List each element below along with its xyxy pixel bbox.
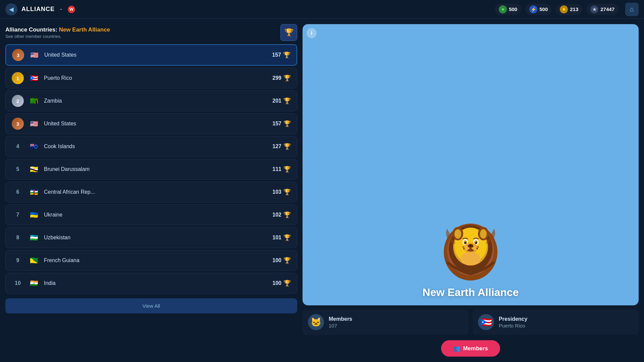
score-area: 201 🏆 bbox=[272, 97, 291, 105]
country-row[interactable]: 7 🇺🇦 Ukraine 102 🏆 bbox=[5, 204, 297, 225]
country-name: Zambia bbox=[44, 98, 268, 104]
presidency-info: Presidency Puerto Rico bbox=[499, 316, 527, 328]
trophy-icon: 🏆 bbox=[283, 51, 290, 59]
nav-title: ALLIANCE bbox=[21, 6, 55, 13]
members-avatar-icon: 🐱 bbox=[308, 314, 324, 330]
view-all-button[interactable]: View All bbox=[5, 298, 297, 313]
country-row[interactable]: 9 🇬🇫 French Guiana 100 🏆 bbox=[5, 250, 297, 271]
home-icon: ⌂ bbox=[630, 5, 634, 13]
rank-badge: 5 bbox=[12, 163, 24, 175]
score-value: 102 bbox=[272, 212, 281, 218]
members-stat-card: 🐱 Members 107 bbox=[303, 309, 469, 335]
country-row[interactable]: 6 🇨🇫 Central African Rep... 103 🏆 bbox=[5, 182, 297, 202]
score-value: 101 bbox=[272, 235, 281, 241]
country-row[interactable]: 8 🇺🇿 Uzbekistan 101 🏆 bbox=[5, 227, 297, 248]
country-row[interactable]: 3 🇺🇸 United States 157 🏆 bbox=[5, 113, 297, 134]
members-info: Members 107 bbox=[329, 316, 352, 328]
country-name: French Guiana bbox=[44, 257, 268, 263]
flag-icon: 🇵🇷 bbox=[29, 73, 39, 83]
score-area: 100 🏆 bbox=[272, 257, 291, 264]
presidency-flag-icon: 🇵🇷 bbox=[478, 314, 494, 330]
members-btn-icon: 👥 bbox=[453, 345, 460, 352]
country-name: Central African Rep... bbox=[44, 189, 268, 195]
rank-badge: 3 bbox=[12, 118, 24, 130]
rank-badge: 2 bbox=[12, 95, 24, 107]
flag-icon: 🇬🇫 bbox=[29, 255, 39, 266]
score-value: 100 bbox=[272, 280, 281, 286]
members-count: 107 bbox=[329, 323, 352, 328]
rank-badge: 1 bbox=[12, 72, 24, 84]
country-row[interactable]: 10 🇮🇳 India 100 🏆 bbox=[5, 273, 297, 294]
score-area: 157 🏆 bbox=[272, 51, 290, 59]
score-area: 299 🏆 bbox=[272, 74, 291, 82]
country-name: India bbox=[44, 280, 268, 286]
svg-point-25 bbox=[480, 229, 487, 239]
alliance-name: New Earth Alliance bbox=[423, 286, 519, 299]
star-icon: ★ bbox=[590, 5, 598, 13]
svg-point-26 bbox=[461, 252, 481, 265]
health-stat: ♥ 500 bbox=[495, 4, 521, 15]
score-area: 100 🏆 bbox=[272, 280, 291, 287]
w-badge: W bbox=[68, 6, 75, 13]
rank-badge: 10 bbox=[12, 277, 24, 289]
trophy-icon: 🏆 bbox=[283, 280, 291, 287]
alliance-stats-row: 🐱 Members 107 🇵🇷 Presidency Puerto Rico bbox=[303, 309, 639, 335]
info-button[interactable]: i bbox=[307, 28, 317, 38]
members-label: Members bbox=[329, 316, 352, 322]
main-content: Alliance Countries: New Earth Alliance S… bbox=[0, 19, 644, 362]
score-area: 111 🏆 bbox=[272, 166, 291, 173]
trophy-icon: 🏆 bbox=[283, 143, 291, 150]
panel-header: Alliance Countries: New Earth Alliance S… bbox=[5, 24, 297, 41]
svg-point-21 bbox=[477, 246, 479, 248]
home-button[interactable]: ⌂ bbox=[625, 3, 639, 16]
right-panel: i bbox=[303, 24, 639, 357]
energy-stat: ⚡ 500 bbox=[525, 4, 552, 15]
members-btn-label: Members bbox=[463, 345, 488, 352]
country-name: United States bbox=[44, 52, 267, 58]
panel-alliance-name: New Earth Alliance bbox=[59, 26, 110, 33]
country-row[interactable]: 2 🇿🇲 Zambia 201 🏆 bbox=[5, 90, 297, 111]
members-button[interactable]: 👥 Members bbox=[441, 340, 500, 357]
flag-icon: 🇨🇫 bbox=[29, 187, 39, 197]
country-name: Brunei Darussalam bbox=[44, 166, 268, 172]
score-area: 157 🏆 bbox=[272, 120, 291, 127]
rank-badge: 7 bbox=[12, 209, 24, 221]
back-button[interactable]: ◀ bbox=[5, 3, 17, 15]
gold-stat: ● 213 bbox=[556, 4, 582, 15]
health-icon: ♥ bbox=[499, 5, 507, 13]
country-row[interactable]: 1 🇵🇷 Puerto Rico 299 🏆 bbox=[5, 68, 297, 88]
trophy-icon: 🏆 bbox=[283, 120, 291, 127]
score-value: 127 bbox=[272, 143, 281, 149]
country-row[interactable]: 3 🇺🇸 United States 157 🏆 bbox=[5, 44, 297, 66]
star-stat: ★ 27447 bbox=[586, 4, 619, 15]
trophy-icon: 🏆 bbox=[283, 257, 291, 264]
panel-title-prefix: Alliance Countries: bbox=[5, 26, 59, 33]
trophy-icon: 🏆 bbox=[283, 97, 291, 105]
rank-badge: 6 bbox=[12, 186, 24, 198]
country-name: Puerto Rico bbox=[44, 75, 268, 81]
country-row[interactable]: 4 🇨🇰 Cook Islands 127 🏆 bbox=[5, 136, 297, 157]
alliance-logo bbox=[434, 208, 507, 282]
star-value: 27447 bbox=[600, 6, 614, 12]
left-panel: Alliance Countries: New Earth Alliance S… bbox=[5, 24, 297, 357]
flag-icon: 🇺🇿 bbox=[29, 232, 39, 243]
trophy-icon: 🏆 bbox=[283, 166, 291, 173]
svg-point-17 bbox=[468, 244, 473, 247]
health-value: 500 bbox=[509, 6, 517, 12]
back-icon: ◀ bbox=[9, 6, 14, 13]
leaderboard-button[interactable]: 🏆 bbox=[280, 24, 297, 41]
svg-point-13 bbox=[475, 242, 476, 242]
svg-point-20 bbox=[463, 246, 464, 248]
score-value: 100 bbox=[272, 257, 281, 263]
country-name: United States bbox=[44, 121, 268, 127]
presidency-value: Puerto Rico bbox=[499, 323, 527, 328]
rank-badge: 9 bbox=[12, 254, 24, 266]
rank-badge: 8 bbox=[12, 232, 24, 244]
rank-badge: 3 bbox=[12, 49, 24, 61]
score-value: 103 bbox=[272, 189, 281, 195]
trophy-icon: 🏆 bbox=[283, 188, 291, 196]
score-value: 111 bbox=[272, 166, 281, 172]
presidency-stat-card: 🇵🇷 Presidency Puerto Rico bbox=[473, 309, 639, 335]
flag-icon: 🇺🇸 bbox=[29, 118, 39, 129]
country-row[interactable]: 5 🇧🇳 Brunei Darussalam 111 🏆 bbox=[5, 159, 297, 180]
